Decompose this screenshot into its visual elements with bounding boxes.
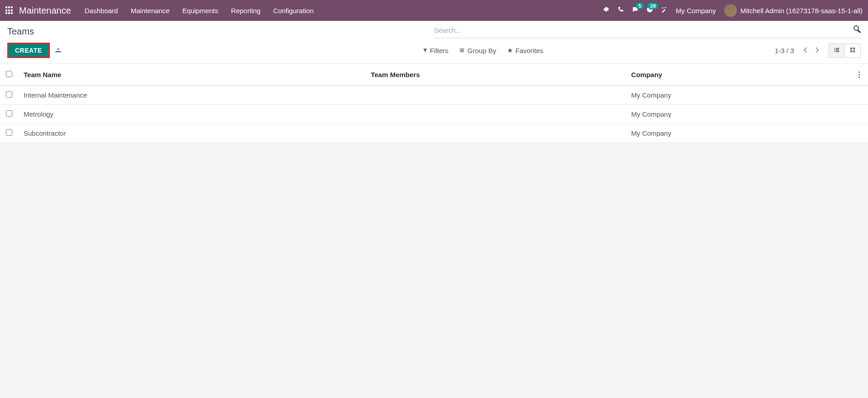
breadcrumb: Teams xyxy=(7,25,34,38)
cp-right: 1-3 / 3 xyxy=(775,44,861,58)
header-team-members[interactable]: Team Members xyxy=(365,64,626,85)
user-menu[interactable]: Mitchell Admin (16273178-saas-15-1-all) xyxy=(724,4,863,17)
create-button[interactable]: CREATE xyxy=(7,43,50,58)
top-navigation: Maintenance Dashboard Maintenance Equipm… xyxy=(0,0,868,21)
pager-text[interactable]: 1-3 / 3 xyxy=(775,47,794,54)
cell-menu xyxy=(850,124,868,143)
cell-menu xyxy=(850,85,868,105)
table-row[interactable]: Subcontractor My Company xyxy=(0,124,868,143)
activities-icon[interactable]: 28 xyxy=(647,6,653,15)
nav-reporting[interactable]: Reporting xyxy=(231,7,260,15)
row-checkbox-cell xyxy=(0,124,18,143)
control-panel: Teams CREATE Filters Group By xyxy=(0,21,868,64)
debug-icon[interactable] xyxy=(603,6,609,15)
row-checkbox[interactable] xyxy=(6,129,12,136)
cell-company: My Company xyxy=(626,85,850,105)
cell-team-members xyxy=(365,124,626,143)
nav-menu: Dashboard Maintenance Equipments Reporti… xyxy=(85,7,603,15)
cell-team-name: Subcontractor xyxy=(18,124,365,143)
header-checkbox-col xyxy=(0,64,18,85)
search-container xyxy=(434,25,861,38)
cell-menu xyxy=(850,105,868,124)
nav-right: 5 28 My Company Mitchell Admin (16273178… xyxy=(603,4,863,17)
pager-next-icon[interactable] xyxy=(813,44,821,57)
cp-top: Teams xyxy=(0,21,868,38)
header-team-name[interactable]: Team Name xyxy=(18,64,365,85)
filters-button[interactable]: Filters xyxy=(423,47,449,54)
cell-team-members xyxy=(365,85,626,105)
header-menu-col: ⋮ xyxy=(850,64,868,85)
group-by-button[interactable]: Group By xyxy=(459,47,496,54)
messages-badge: 5 xyxy=(636,3,644,9)
nav-configuration[interactable]: Configuration xyxy=(273,7,314,15)
search-icon[interactable] xyxy=(853,25,861,35)
cell-team-name: Metrology xyxy=(18,105,365,124)
row-checkbox-cell xyxy=(0,85,18,105)
pager-prev-icon[interactable] xyxy=(801,44,809,57)
cell-team-name: Internal Maintenance xyxy=(18,85,365,105)
search-input[interactable] xyxy=(434,25,854,36)
apps-grid-icon[interactable] xyxy=(5,6,14,15)
group-by-label: Group By xyxy=(467,47,496,54)
nav-maintenance[interactable]: Maintenance xyxy=(131,7,170,15)
cell-company: My Company xyxy=(626,124,850,143)
row-checkbox[interactable] xyxy=(6,91,12,98)
phone-icon[interactable] xyxy=(618,6,624,15)
nav-dashboard[interactable]: Dashboard xyxy=(85,7,118,15)
list-view-button[interactable] xyxy=(829,44,845,58)
row-checkbox-cell xyxy=(0,105,18,124)
select-all-checkbox[interactable] xyxy=(6,71,12,77)
activities-badge: 28 xyxy=(647,3,658,9)
nav-equipments[interactable]: Equipments xyxy=(182,7,218,15)
column-options-icon[interactable]: ⋮ xyxy=(856,70,863,78)
table-row[interactable]: Metrology My Company xyxy=(0,105,868,124)
messages-icon[interactable]: 5 xyxy=(632,6,638,15)
pager-arrows xyxy=(801,44,821,57)
filters-label: Filters xyxy=(430,47,449,54)
user-name: Mitchell Admin (16273178-saas-15-1-all) xyxy=(740,7,863,15)
favorites-button[interactable]: Favorites xyxy=(507,47,544,54)
table-row[interactable]: Internal Maintenance My Company xyxy=(0,85,868,105)
header-company[interactable]: Company xyxy=(626,64,850,85)
cell-team-members xyxy=(365,105,626,124)
tools-icon[interactable] xyxy=(661,6,667,15)
avatar xyxy=(724,4,737,17)
teams-table: Team Name Team Members Company ⋮ Interna… xyxy=(0,64,868,143)
cp-bottom: CREATE Filters Group By Favorites xyxy=(0,38,868,64)
cp-left: CREATE xyxy=(7,43,62,58)
company-switcher[interactable]: My Company xyxy=(676,7,716,15)
cell-company: My Company xyxy=(626,105,850,124)
view-switcher xyxy=(829,44,861,58)
table-container: Team Name Team Members Company ⋮ Interna… xyxy=(0,64,868,143)
favorites-label: Favorites xyxy=(515,47,544,54)
row-checkbox[interactable] xyxy=(6,110,12,117)
app-title[interactable]: Maintenance xyxy=(19,5,71,16)
kanban-view-button[interactable] xyxy=(845,44,861,58)
download-icon[interactable] xyxy=(54,46,62,55)
